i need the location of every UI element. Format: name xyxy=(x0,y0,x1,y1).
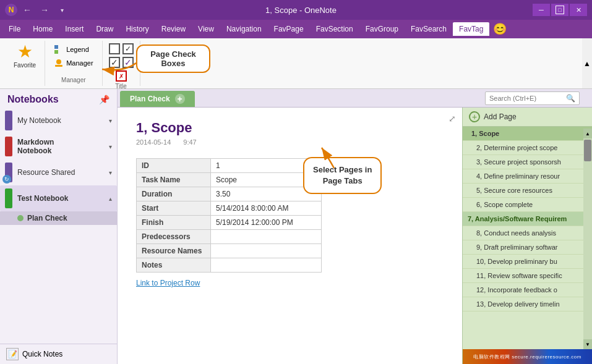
checkbox-checked-2[interactable]: ✓ xyxy=(109,57,120,68)
menu-favtag[interactable]: FavTag xyxy=(453,22,489,36)
menu-bar: File Home Insert Draw History Review Vie… xyxy=(0,20,592,38)
expand-button[interactable]: ⤢ xyxy=(448,114,456,124)
smiley-icon: 😊 xyxy=(493,22,507,36)
checkbox-empty-1[interactable] xyxy=(109,43,120,54)
notebook-expand-resource[interactable]: ▾ xyxy=(109,169,112,176)
menu-file[interactable]: File xyxy=(2,22,27,36)
notebook-expand-test[interactable]: ▴ xyxy=(109,195,112,202)
page-item-9[interactable]: 9, Draft preliminary softwar xyxy=(463,240,592,255)
manager-button[interactable]: Manager xyxy=(51,57,95,69)
quick-notes-button[interactable]: 📝 Quick Notes xyxy=(0,344,117,364)
scroll-track xyxy=(583,138,592,339)
section-plan-check[interactable]: Plan Check xyxy=(0,211,117,225)
page-item-8[interactable]: 8, Conduct needs analysis xyxy=(463,226,592,240)
svg-rect-0 xyxy=(54,45,58,49)
notebook-expand-my[interactable]: ▾ xyxy=(109,117,112,124)
tab-plan-check[interactable]: Plan Check + xyxy=(120,91,195,107)
page-item-5[interactable]: 5, Secure core resources xyxy=(463,184,592,198)
title-bar-controls: N ← → ▾ xyxy=(5,2,69,17)
search-input[interactable] xyxy=(489,95,564,102)
favorite-label: Favorite xyxy=(14,62,36,69)
right-panel-scrollbar[interactable]: ▲ ▼ xyxy=(583,129,592,349)
value-notes xyxy=(211,258,322,273)
notebook-markdown[interactable]: MarkdownNotebook ▾ xyxy=(0,133,117,159)
label-predecessors: Predecessors xyxy=(137,230,211,244)
table-row: Notes xyxy=(137,258,322,273)
ribbon-manager-items: Legend Manager xyxy=(51,43,95,75)
menu-draw[interactable]: Draw xyxy=(90,22,119,36)
menu-favgroup[interactable]: FavGroup xyxy=(359,22,405,36)
checkbox-section: ✓ ✓ ✓ ✗ xyxy=(109,43,134,82)
tab-search-box[interactable]: 🔍 xyxy=(485,91,580,105)
onenote-icon[interactable]: N xyxy=(5,4,17,16)
pin-icon[interactable]: 📌 xyxy=(99,95,109,104)
page-time: 9:47 xyxy=(183,138,196,146)
menu-view[interactable]: View xyxy=(192,22,220,36)
menu-favpage[interactable]: FavPage xyxy=(268,22,310,36)
checkbox-partial[interactable]: ✗ xyxy=(116,70,127,82)
table-row: Start 5/14/2014 8:00:00 AM xyxy=(137,201,322,216)
notebook-expand-markdown[interactable]: ▾ xyxy=(109,143,112,150)
title-bar: N ← → ▾ 1, Scope - OneNote ─ □ ✕ xyxy=(0,0,592,20)
page-item-12[interactable]: 12, Incorporate feedback o xyxy=(463,283,592,297)
legend-icon xyxy=(54,44,64,54)
menu-favsearch[interactable]: FavSearch xyxy=(405,22,453,36)
scroll-thumb xyxy=(584,140,591,161)
page-item-3[interactable]: 3, Secure project sponsorsh xyxy=(463,155,592,169)
menu-favsection[interactable]: FavSection xyxy=(310,22,359,36)
menu-navigation[interactable]: Navigation xyxy=(220,22,268,36)
page-item-4[interactable]: 4, Define preliminary resour xyxy=(463,169,592,184)
content-and-panel: ⤢ 1, Scope 2014-05-14 9:47 ID 1 Task Nam… xyxy=(118,108,592,364)
search-icon: 🔍 xyxy=(566,94,575,103)
page-item-6[interactable]: 6, Scope complete xyxy=(463,198,592,212)
notebook-test[interactable]: Test Notebook ▴ xyxy=(0,185,117,211)
value-resource-names xyxy=(211,244,322,258)
favorite-button[interactable]: ★ Favorite xyxy=(10,41,40,71)
menu-history[interactable]: History xyxy=(119,22,155,36)
link-to-project-row[interactable]: Link to Project Row xyxy=(136,279,200,287)
page-item-10[interactable]: 10, Develop preliminary bu xyxy=(463,255,592,269)
watermark-text: 电脑软件教程网 secure.requireresource.com xyxy=(473,353,581,360)
menu-insert[interactable]: Insert xyxy=(59,22,90,36)
close-button[interactable]: ✕ xyxy=(570,4,587,16)
notebook-color-my xyxy=(5,111,12,130)
page-item-7[interactable]: 7, Analysis/Software Requirem xyxy=(463,212,592,226)
scroll-down-button[interactable]: ▼ xyxy=(583,339,592,349)
label-duration: Duration xyxy=(137,187,211,201)
window-title: 1, Scope - OneNote xyxy=(69,6,533,15)
ribbon-scroll-button[interactable]: ▲ xyxy=(582,38,592,88)
label-taskname: Task Name xyxy=(137,173,211,187)
sidebar: Notebooks 📌 My Notebook ▾ MarkdownNotebo… xyxy=(0,89,118,364)
menu-review[interactable]: Review xyxy=(155,22,192,36)
forward-button[interactable]: → xyxy=(37,2,52,17)
table-row: Predecessors xyxy=(137,230,322,244)
page-title: 1, Scope xyxy=(136,120,444,136)
checkbox-checked-1[interactable]: ✓ xyxy=(122,43,134,54)
label-resource-names: Resource Names xyxy=(137,244,211,258)
section-dot-plan-check xyxy=(17,215,24,221)
page-item-2[interactable]: 2, Determine project scope xyxy=(463,141,592,155)
sync-icon: ↻ xyxy=(2,175,11,184)
checkbox-checked-3[interactable]: ✓ xyxy=(122,57,134,68)
page-item-13[interactable]: 13, Develop delivery timelin xyxy=(463,297,592,311)
maximize-button[interactable]: □ xyxy=(551,4,568,16)
page-item-11[interactable]: 11, Review software specific xyxy=(463,269,592,283)
back-button[interactable]: ← xyxy=(20,2,35,17)
menu-home[interactable]: Home xyxy=(27,22,59,36)
menu-button[interactable]: ▾ xyxy=(54,2,69,17)
ribbon-favorite-items: ★ Favorite xyxy=(10,41,40,86)
add-page-button[interactable]: + Add Page xyxy=(463,108,592,127)
notebook-name-resource: Resource Shared xyxy=(17,168,106,177)
page-meta: 2014-05-14 9:47 xyxy=(136,138,444,146)
legend-button[interactable]: Legend xyxy=(51,43,95,56)
manager-label: Manager xyxy=(66,59,93,67)
tab-add-button[interactable]: + xyxy=(175,94,185,104)
ribbon-group-favorite: ★ Favorite xyxy=(5,41,45,86)
scroll-up-button[interactable]: ▲ xyxy=(583,129,592,138)
minimize-button[interactable]: ─ xyxy=(533,4,550,16)
table-row: Duration 3.50 xyxy=(137,187,322,201)
notebook-my[interactable]: My Notebook ▾ xyxy=(0,108,117,133)
manager-icon xyxy=(54,58,64,68)
notebook-resource-shared[interactable]: ↻ Resource Shared ▾ xyxy=(0,159,117,185)
page-item-1[interactable]: 1, Scope xyxy=(463,127,592,141)
